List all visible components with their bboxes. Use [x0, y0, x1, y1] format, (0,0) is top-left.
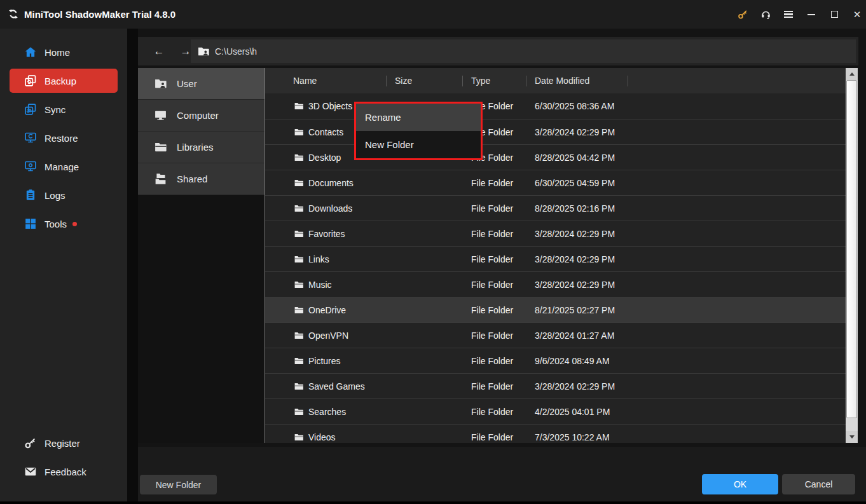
sidebar-item-sync[interactable]: Sync: [10, 97, 118, 121]
file-date-modified: 3/28/2024 02:29 PM: [535, 272, 615, 297]
window-bottom-edge: [0, 501, 866, 504]
sidebar-item-home[interactable]: Home: [10, 40, 118, 64]
file-row-links[interactable]: Links File Folder 3/28/2024 02:29 PM: [265, 246, 846, 271]
file-row-openvpn[interactable]: OpenVPN File Folder 3/28/2024 01:27 AM: [265, 322, 846, 348]
column-header-name[interactable]: Name: [293, 68, 317, 93]
cancel-button[interactable]: Cancel: [782, 474, 855, 494]
sidebar-item-label: Backup: [45, 76, 76, 86]
file-row-music[interactable]: Music File Folder 3/28/2024 02:29 PM: [265, 271, 846, 297]
license-key-icon[interactable]: [735, 6, 750, 23]
file-date-modified: 3/28/2024 02:29 PM: [535, 119, 615, 145]
scroll-up-button[interactable]: [846, 68, 858, 80]
file-row-pictures[interactable]: Pictures File Folder 9/6/2024 08:49 AM: [265, 348, 846, 373]
logs-icon: [24, 189, 37, 201]
file-name: Videos: [308, 425, 336, 443]
computer-icon: [154, 109, 167, 122]
support-headset-icon[interactable]: [758, 6, 773, 23]
tree-item-label: Libraries: [177, 142, 214, 153]
file-row-documents[interactable]: Documents File Folder 6/30/2025 04:59 PM: [265, 170, 846, 195]
sidebar-item-backup[interactable]: Backup: [10, 69, 118, 93]
back-arrow-icon[interactable]: ←: [148, 43, 170, 59]
menu-icon[interactable]: [781, 6, 796, 23]
file-type: File Folder: [471, 348, 513, 374]
file-date-modified: 8/28/2025 04:42 PM: [535, 145, 615, 170]
folder-icon: [294, 178, 304, 188]
file-row-desktop[interactable]: Desktop File Folder 8/28/2025 04:42 PM: [265, 144, 846, 170]
file-name: Links: [308, 247, 329, 272]
path-toolbar: ← → C:\Users\h: [138, 37, 858, 65]
file-row-3d-objects[interactable]: 3D Objects File Folder 6/30/2025 08:36 A…: [265, 93, 846, 119]
scrollbar-thumb[interactable]: [846, 80, 857, 418]
sidebar-item-label: Feedback: [45, 467, 86, 477]
file-name: Contacts: [308, 119, 343, 145]
sidebar-footer: Register Feedback: [0, 431, 127, 488]
tree-item-computer[interactable]: Computer: [138, 100, 265, 132]
file-list-header: Name Size Type Date Modified: [265, 68, 846, 93]
file-row-searches[interactable]: Searches File Folder 4/2/2025 04:01 PM: [265, 398, 846, 424]
file-date-modified: 3/28/2024 02:29 PM: [535, 247, 615, 272]
location-tree: User Computer Libraries Shared: [138, 68, 265, 195]
context-menu-item-new-folder[interactable]: New Folder: [356, 131, 481, 158]
file-date-modified: 3/28/2024 01:27 AM: [535, 323, 614, 348]
sidebar-item-label: Tools: [45, 219, 67, 229]
sidebar-item-label: Logs: [45, 190, 65, 201]
file-row-saved-games[interactable]: Saved Games File Folder 3/28/2024 02:29 …: [265, 373, 846, 398]
file-row-onedrive[interactable]: OneDrive File Folder 8/21/2025 02:27 PM: [265, 297, 846, 322]
folder-icon: [294, 305, 304, 315]
tools-icon: [24, 217, 37, 230]
column-header-type[interactable]: Type: [471, 68, 490, 93]
context-menu-item-rename[interactable]: Rename: [356, 104, 481, 131]
column-separator: [462, 76, 463, 86]
file-date-modified: 8/21/2025 02:27 PM: [535, 297, 615, 323]
maximize-button[interactable]: [827, 6, 842, 23]
folders-icon: [154, 172, 167, 186]
sidebar-item-tools[interactable]: Tools: [10, 212, 118, 236]
restore-icon: [24, 132, 37, 144]
sidebar-item-label: Register: [45, 438, 80, 449]
column-header-size[interactable]: Size: [395, 68, 412, 93]
file-row-downloads[interactable]: Downloads File Folder 8/28/2025 02:16 PM: [265, 195, 846, 221]
file-name: 3D Objects: [308, 93, 352, 119]
sidebar-item-feedback[interactable]: Feedback: [10, 460, 118, 484]
path-field[interactable]: C:\Users\h: [191, 39, 856, 63]
file-row-contacts[interactable]: Contacts File Folder 3/28/2024 02:29 PM: [265, 119, 846, 144]
scroll-down-button[interactable]: [846, 431, 858, 443]
sidebar-item-label: Restore: [45, 133, 78, 144]
file-list: Name Size Type Date Modified 3D Objects …: [265, 68, 846, 443]
file-row-videos[interactable]: Videos File Folder 7/3/2025 10:22 AM: [265, 424, 846, 443]
tree-item-label: Shared: [177, 174, 207, 184]
file-name: Saved Games: [308, 374, 365, 399]
manage-icon: [24, 160, 37, 173]
file-name: OpenVPN: [308, 323, 348, 348]
file-type: File Folder: [471, 425, 513, 443]
column-header-date-modified[interactable]: Date Modified: [535, 68, 589, 93]
close-button[interactable]: ✕: [849, 6, 865, 23]
sidebar: Home Backup Sync Restore: [0, 29, 127, 501]
folder-icon: [294, 330, 304, 341]
folder-icon: [294, 407, 304, 417]
file-date-modified: 3/28/2024 02:29 PM: [535, 374, 615, 399]
new-folder-button[interactable]: New Folder: [140, 475, 217, 494]
notification-dot: [72, 222, 77, 226]
column-separator: [386, 76, 387, 86]
tree-item-libraries[interactable]: Libraries: [138, 132, 265, 163]
tree-item-label: Computer: [177, 110, 219, 121]
file-type: File Folder: [471, 196, 513, 221]
key-icon: [24, 437, 37, 449]
sidebar-item-register[interactable]: Register: [10, 431, 118, 455]
tree-item-user[interactable]: User: [138, 68, 265, 100]
scrollbar[interactable]: [846, 68, 858, 443]
folder-icon: [294, 101, 304, 111]
ok-button[interactable]: OK: [702, 474, 778, 494]
column-separator: [628, 76, 628, 86]
tree-item-shared[interactable]: Shared: [138, 163, 265, 195]
minimize-button[interactable]: [804, 6, 819, 23]
home-icon: [24, 46, 37, 58]
sidebar-item-manage[interactable]: Manage: [10, 154, 118, 179]
sidebar-item-restore[interactable]: Restore: [10, 126, 118, 150]
file-row-favorites[interactable]: Favorites File Folder 3/28/2024 02:29 PM: [265, 221, 846, 246]
folder-icon: [154, 140, 167, 154]
file-type: File Folder: [471, 170, 513, 196]
sidebar-item-logs[interactable]: Logs: [10, 183, 118, 207]
folder-icon: [294, 127, 304, 137]
